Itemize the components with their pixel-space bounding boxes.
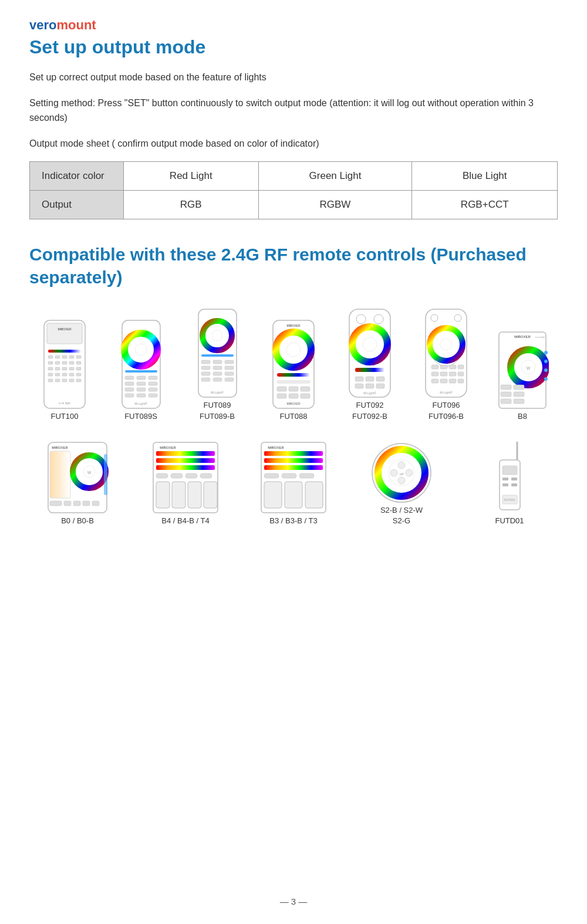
svg-point-165 <box>390 469 397 476</box>
svg-rect-3 <box>48 350 81 353</box>
svg-point-81 <box>363 337 377 351</box>
table-output-rgb: RGB <box>124 191 259 219</box>
remote-futd01: FUTD01 FUTD01 <box>461 439 558 526</box>
remote-b3-label: B3 / B3-B / T3 <box>269 516 317 526</box>
svg-rect-171 <box>502 478 508 480</box>
remote-fut092: Mi-Light® FUT092 FUT092-B <box>335 306 405 421</box>
svg-rect-33 <box>125 370 157 373</box>
svg-text:MIBOXER: MIBOXER <box>58 327 71 331</box>
svg-point-49 <box>212 330 222 341</box>
svg-rect-85 <box>376 377 384 381</box>
remote-futd01-label: FUTD01 <box>495 516 524 526</box>
remote-fut096-label: FUT096 FUT096-B <box>429 400 464 421</box>
svg-rect-101 <box>449 372 456 376</box>
svg-rect-69 <box>277 381 310 383</box>
svg-rect-52 <box>213 360 222 364</box>
svg-rect-122 <box>501 399 511 404</box>
svg-rect-97 <box>449 365 456 369</box>
svg-text:MIBOXER: MIBOXER <box>268 446 284 449</box>
logo-mount: mount <box>56 18 96 32</box>
svg-rect-88 <box>376 384 384 388</box>
svg-rect-14 <box>48 367 53 370</box>
svg-rect-145 <box>156 482 170 508</box>
svg-rect-61 <box>213 378 222 381</box>
svg-rect-70 <box>277 387 286 391</box>
svg-point-166 <box>406 469 413 476</box>
svg-point-117 <box>544 377 548 381</box>
svg-rect-23 <box>76 373 81 376</box>
svg-rect-71 <box>289 387 298 391</box>
svg-rect-154 <box>264 473 279 478</box>
remote-futd01-image: FUTD01 <box>494 439 526 516</box>
svg-text:MIBOXER: MIBOXER <box>52 446 68 449</box>
logo: veromount <box>29 18 558 33</box>
remote-fut100-image: MIBOXER <box>41 317 88 411</box>
svg-rect-72 <box>301 387 310 391</box>
remote-fut092-label: FUT092 FUT092-B <box>352 400 387 421</box>
svg-rect-74 <box>289 394 298 398</box>
remote-fut088: MIBOXER MIBOXER <box>258 317 329 422</box>
svg-text:W: W <box>527 366 531 370</box>
remote-b4-label: B4 / B4-B / T4 <box>161 516 209 526</box>
remote-fut100-label: FUT100 <box>51 411 79 422</box>
svg-rect-100 <box>440 372 447 376</box>
svg-text:W: W <box>87 471 92 475</box>
svg-rect-155 <box>282 473 296 478</box>
remote-fut089: Mi-Light® FUT089 FUT089-B <box>182 306 252 421</box>
svg-point-163 <box>398 462 405 469</box>
svg-rect-27 <box>69 379 74 382</box>
svg-rect-5 <box>55 356 60 358</box>
svg-rect-58 <box>213 372 222 375</box>
remote-b0-image: MIBOXER W <box>45 439 110 516</box>
svg-rect-24 <box>48 379 53 382</box>
svg-text:FUTD01: FUTD01 <box>504 498 515 502</box>
svg-rect-172 <box>511 478 517 480</box>
table-output-rgbcct: RGB+CCT <box>412 191 558 219</box>
svg-text:MIBOXER: MIBOXER <box>286 324 300 327</box>
svg-rect-86 <box>355 384 363 388</box>
svg-rect-57 <box>201 372 210 375</box>
remote-fut100: MIBOXER <box>29 317 100 422</box>
svg-text:Mi-Light®: Mi-Light® <box>211 391 224 394</box>
remote-fut088-label: FUT088 <box>280 411 308 422</box>
svg-rect-82 <box>355 368 384 372</box>
svg-rect-10 <box>55 361 60 364</box>
svg-rect-147 <box>188 482 201 508</box>
svg-rect-25 <box>55 379 60 382</box>
svg-text:a mi light: a mi light <box>535 336 545 339</box>
remote-fut089-label: FUT089 FUT089-B <box>200 400 235 421</box>
body-text-3: Output mode sheet ( confirm output mode … <box>29 136 558 151</box>
table-output-rgbw: RGBW <box>258 191 412 219</box>
svg-rect-50 <box>201 354 234 357</box>
svg-rect-55 <box>213 366 222 370</box>
section-heading: Compatible with these 2.4G RF remote con… <box>29 243 558 289</box>
svg-text:a mi light: a mi light <box>59 401 71 405</box>
remote-s2-label: S2-B / S2-W S2-G <box>380 505 423 526</box>
svg-rect-42 <box>149 388 157 391</box>
svg-rect-40 <box>125 388 134 391</box>
remote-fut089-image: Mi-Light® <box>195 306 239 400</box>
remote-b8-image: MIBOXER a mi light W <box>496 329 549 411</box>
svg-text:MIBOXER: MIBOXER <box>286 402 300 405</box>
svg-rect-96 <box>440 365 447 369</box>
svg-rect-158 <box>285 482 302 508</box>
svg-text:MIBOXER: MIBOXER <box>514 335 531 339</box>
svg-rect-126 <box>50 451 70 498</box>
svg-rect-56 <box>225 366 234 370</box>
svg-rect-151 <box>264 451 323 456</box>
svg-rect-59 <box>225 372 234 375</box>
svg-rect-103 <box>431 379 438 383</box>
svg-rect-73 <box>277 394 286 398</box>
svg-rect-17 <box>69 367 74 370</box>
svg-rect-144 <box>200 473 212 478</box>
remote-fut096-image: Mi-Light® <box>423 306 470 400</box>
svg-rect-99 <box>431 372 438 376</box>
remote-b3-image: MIBOXER <box>258 439 329 516</box>
remote-fut088-image: MIBOXER MIBOXER <box>270 317 317 411</box>
body-text-2: Setting method: Press "SET" button conti… <box>29 96 558 126</box>
table-header-green: Green Light <box>258 162 412 191</box>
page-number: — 3 — <box>280 896 308 906</box>
svg-rect-95 <box>431 365 438 369</box>
svg-rect-143 <box>185 473 197 478</box>
svg-rect-39 <box>149 382 157 385</box>
